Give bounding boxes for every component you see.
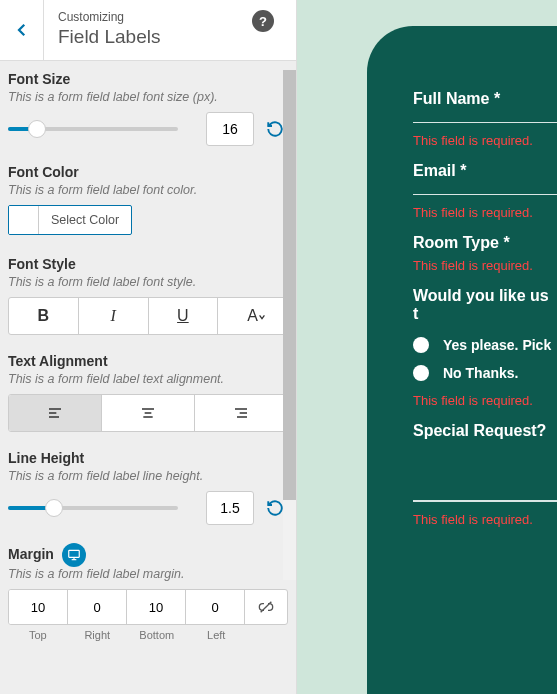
scrollbar[interactable] [283,70,296,580]
font-style-label: Font Style [8,256,288,272]
error-email: This field is required. [413,205,557,220]
margin-desc: This is a form field label margin. [8,567,288,581]
label-question: Would you like us t [413,287,557,323]
line-height-slider[interactable] [8,498,198,518]
radio-icon [413,365,429,381]
breadcrumb: Customizing [58,10,282,24]
color-picker[interactable]: Select Color [8,205,132,235]
scrollbar-thumb[interactable] [283,70,296,500]
slider-thumb[interactable] [28,120,46,138]
section-font-style: Font Style This is a form field label fo… [8,256,288,335]
margin-link-button[interactable] [245,590,287,624]
align-left-button[interactable] [9,395,102,431]
reset-icon [266,499,284,517]
radio-label-2: No Thanks. [443,365,518,381]
svg-rect-9 [69,550,80,557]
chevron-left-icon [13,21,31,39]
field-room-type: Room Type * This field is required. [413,234,557,273]
margin-bottom-input[interactable] [127,590,185,624]
section-margin: Margin This is a form field label margin… [8,543,288,641]
field-full-name: Full Name * This field is required. [413,90,557,148]
margin-top-input[interactable] [9,590,67,624]
device-desktop-button[interactable] [62,543,86,567]
error-full-name: This field is required. [413,133,557,148]
desktop-icon [67,548,81,562]
margin-inputs [8,589,288,625]
line-height-desc: This is a form field label line height. [8,469,288,483]
input-line[interactable] [413,122,557,123]
font-size-desc: This is a form field label font size (px… [8,90,288,104]
italic-button[interactable]: I [79,298,149,334]
field-email: Email * This field is required. [413,162,557,220]
input-line[interactable] [413,500,557,502]
back-button[interactable] [0,0,44,60]
color-swatch [9,206,39,234]
font-size-input[interactable] [206,112,254,146]
margin-top-sublabel: Top [8,629,68,641]
radio-label-1: Yes please. Pick [443,337,551,353]
line-height-label: Line Height [8,450,288,466]
label-full-name: Full Name * [413,90,557,108]
font-style-group: B I U A [8,297,288,335]
error-room-type: This field is required. [413,258,557,273]
input-line[interactable] [413,194,557,195]
radio-option-2[interactable]: No Thanks. [413,365,557,381]
font-style-desc: This is a form field label font style. [8,275,288,289]
font-color-label: Font Color [8,164,288,180]
font-color-desc: This is a form field label font color. [8,183,288,197]
section-font-color: Font Color This is a form field label fo… [8,164,288,238]
margin-left-input[interactable] [186,590,244,624]
field-special: Special Request? This field is required. [413,422,557,527]
label-room-type: Room Type * [413,234,557,252]
slider-thumb[interactable] [45,499,63,517]
text-align-group [8,394,288,432]
align-right-button[interactable] [195,395,287,431]
section-font-size: Font Size This is a form field label fon… [8,71,288,146]
panel-header: Customizing Field Labels ? [0,0,296,61]
panel-body: Font Size This is a form field label fon… [0,61,296,694]
lowercase-button[interactable]: A [218,298,287,334]
label-special: Special Request? [413,422,557,440]
error-question: This field is required. [413,393,557,408]
margin-bottom-sublabel: Bottom [127,629,187,641]
preview-pane: Full Name * This field is required. Emai… [297,0,557,694]
margin-left-sublabel: Left [187,629,247,641]
align-center-button[interactable] [102,395,195,431]
font-size-slider[interactable] [8,119,198,139]
form-card: Full Name * This field is required. Emai… [367,26,557,694]
bold-button[interactable]: B [9,298,79,334]
customizer-panel: Customizing Field Labels ? Font Size Thi… [0,0,297,694]
section-text-align: Text Alignment This is a form field labe… [8,353,288,432]
field-question: Would you like us t Yes please. Pick No … [413,287,557,408]
page-title: Field Labels [58,26,282,48]
margin-sublabels: Top Right Bottom Left [8,629,288,641]
font-size-label: Font Size [8,71,288,87]
radio-option-1[interactable]: Yes please. Pick [413,337,557,353]
margin-right-sublabel: Right [68,629,128,641]
help-button[interactable]: ? [252,10,274,32]
underline-button[interactable]: U [149,298,219,334]
section-line-height: Line Height This is a form field label l… [8,450,288,525]
margin-label: Margin [8,546,54,562]
error-special: This field is required. [413,512,557,527]
color-picker-label: Select Color [39,206,131,234]
align-right-icon [233,405,249,421]
radio-icon [413,337,429,353]
align-center-icon [140,405,156,421]
line-height-input[interactable] [206,491,254,525]
unlink-icon [258,599,274,615]
align-left-icon [47,405,63,421]
label-email: Email * [413,162,557,180]
reset-icon [266,120,284,138]
margin-right-input[interactable] [68,590,126,624]
text-align-label: Text Alignment [8,353,288,369]
text-align-desc: This is a form field label text alignmen… [8,372,288,386]
